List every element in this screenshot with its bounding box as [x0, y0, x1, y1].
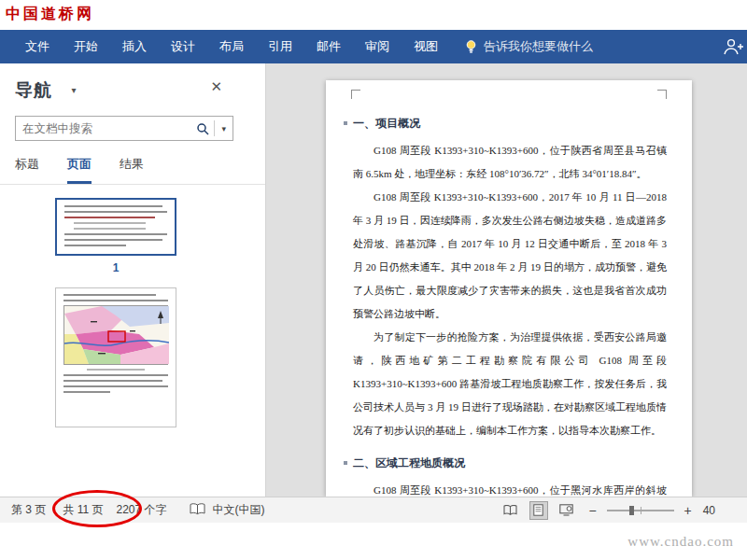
zoom-slider-thumb[interactable] [629, 506, 634, 515]
thumb-text-line [64, 205, 162, 207]
nav-pane-dropdown-icon[interactable]: ▾ [71, 85, 76, 95]
search-icon[interactable] [191, 122, 214, 135]
navigation-pane: 导航 ▾ ✕ ▾ 标题 页面 结果 [0, 63, 266, 497]
doc-heading-1: 一、项目概况 [353, 116, 667, 132]
proofing-status-icon[interactable] [190, 503, 205, 518]
nav-tab-pages[interactable]: 页面 [67, 156, 92, 184]
status-language[interactable]: 中文(中国) [213, 502, 265, 518]
ribbon-tab-view[interactable]: 视图 [402, 30, 450, 63]
lightbulb-icon [465, 39, 477, 54]
thumb-text-line [64, 245, 126, 246]
ribbon-tab-layout[interactable]: 布局 [207, 30, 256, 63]
zoom-percentage[interactable]: 40 [703, 504, 715, 517]
tell-me-label: 告诉我你想要做什么 [484, 38, 593, 55]
ribbon-tab-mailings[interactable]: 邮件 [304, 30, 353, 63]
nav-tabs: 标题 页面 结果 [0, 141, 265, 185]
heading-bullet-icon [344, 461, 347, 465]
doc-heading-1-text: 一、项目概况 [353, 117, 420, 130]
thumb-text-line [63, 385, 168, 387]
ribbon-tab-insert[interactable]: 插入 [110, 30, 159, 63]
nav-pane-close-icon[interactable]: ✕ [210, 78, 222, 95]
status-bar: 第 3 页 共 11 页 2207 个字 中文(中国) [0, 497, 747, 523]
zoom-in-button[interactable]: + [681, 503, 696, 518]
zoom-slider[interactable] [607, 510, 674, 511]
read-mode-button[interactable] [501, 501, 520, 520]
search-dropdown-icon[interactable]: ▾ [215, 124, 233, 133]
thumb-text-line [63, 380, 162, 382]
doc-paragraph-4-pre: G108 周至段 K1393+310~K1393+600，位于黑河水库西岸的斜坡… [353, 484, 667, 497]
sign-in-button[interactable] [721, 36, 745, 61]
nav-search-box: ▾ [15, 116, 233, 141]
thumb-text-line [63, 391, 110, 393]
nav-tab-headings[interactable]: 标题 [15, 156, 39, 184]
nav-pane-title: 导航 [15, 80, 52, 100]
doc-heading-2: 二、区域工程地质概况 [353, 455, 667, 471]
thumb-text-line [63, 300, 168, 301]
ribbon-tab-bar: 文件 开始 插入 设计 布局 引用 邮件 审阅 视图 告诉我你想要做什么 [0, 30, 747, 63]
page-thumbnail-1[interactable] [55, 198, 176, 256]
thumb-text-line [74, 222, 146, 224]
doc-paragraph-4: G108 周至段 K1393+310~K1393+600，位于黑河水库西岸的斜坡… [353, 479, 667, 497]
ribbon-tab-design[interactable]: 设计 [159, 30, 207, 63]
page-thumbnail-2[interactable] [55, 287, 176, 427]
doc-paragraph-1: G108 周至段 K1393+310~K1393+600，位于陕西省周至县马召镇… [353, 139, 667, 186]
status-word-count[interactable]: 2207 个字 [116, 502, 166, 518]
word-window: 中国道桥网 文件 开始 插入 设计 布局 引用 邮件 审阅 视图 告诉我你想要做… [0, 0, 747, 560]
thumb-text-line [63, 374, 168, 376]
ribbon-tab-home[interactable]: 开始 [62, 30, 110, 63]
main-area: 导航 ▾ ✕ ▾ 标题 页面 结果 [0, 63, 747, 497]
bottom-strip: www.cndao.com [0, 523, 747, 560]
heading-bullet-icon [344, 121, 347, 125]
nav-tab-results[interactable]: 结果 [120, 156, 144, 184]
web-layout-button[interactable] [557, 501, 576, 520]
status-page-position[interactable]: 第 3 页 [11, 502, 46, 518]
nav-search-input[interactable] [16, 122, 191, 135]
status-bar-right: − + 40 [501, 497, 747, 523]
tell-me-box[interactable]: 告诉我你想要做什么 [465, 38, 593, 55]
status-page-count[interactable]: 共 11 页 [63, 502, 103, 518]
thumb-text-line [64, 233, 167, 235]
ribbon-tab-references[interactable]: 引用 [256, 30, 304, 63]
doc-paragraph-2: G108 周至段 K1393+310~K1393+600，2017 年 10 月… [353, 186, 667, 326]
thumb-text-line [64, 211, 167, 213]
page-text-area: 一、项目概况 G108 周至段 K1393+310~K1393+600，位于陕西… [326, 80, 692, 497]
ribbon-tab-file[interactable]: 文件 [13, 30, 62, 63]
nav-pane-header: 导航 ▾ ✕ [0, 63, 265, 105]
document-canvas: 一、项目概况 G108 周至段 K1393+310~K1393+600，位于陕西… [266, 63, 747, 497]
page-thumbnail-1-number: 1 [113, 261, 120, 274]
doc-paragraph-3: 为了制定下一步的抢险方案，为治理提供依据，受西安公路局邀请，陕西地矿第二工程勘察… [353, 326, 667, 442]
thumb-text-line [63, 294, 156, 296]
ribbon-tab-review[interactable]: 审阅 [353, 30, 402, 63]
ribbon-tabs: 文件 开始 插入 设计 布局 引用 邮件 审阅 视图 [13, 30, 450, 63]
document-page[interactable]: 一、项目概况 G108 周至段 K1393+310~K1393+600，位于陕西… [326, 80, 692, 497]
zoom-slider-notch [641, 507, 641, 514]
thumb-text-line [64, 217, 155, 218]
zoom-out-button[interactable]: − [585, 503, 600, 518]
doc-heading-2-text: 二、区域工程地质概况 [353, 456, 465, 469]
geological-map-figure [64, 306, 169, 364]
top-strip: 中国道桥网 [0, 0, 747, 30]
site-watermark-top: 中国道桥网 [6, 5, 94, 24]
thumb-text-line [74, 228, 146, 230]
page-thumbnail-list: 1 [0, 185, 265, 427]
thumb-text-line [64, 239, 162, 241]
thumbnail-map-frame [63, 305, 168, 365]
site-watermark-bottom: www.cndao.com [627, 534, 734, 550]
person-icon [721, 36, 745, 57]
thumb-caption-line [87, 369, 145, 371]
print-layout-button[interactable] [529, 501, 548, 520]
